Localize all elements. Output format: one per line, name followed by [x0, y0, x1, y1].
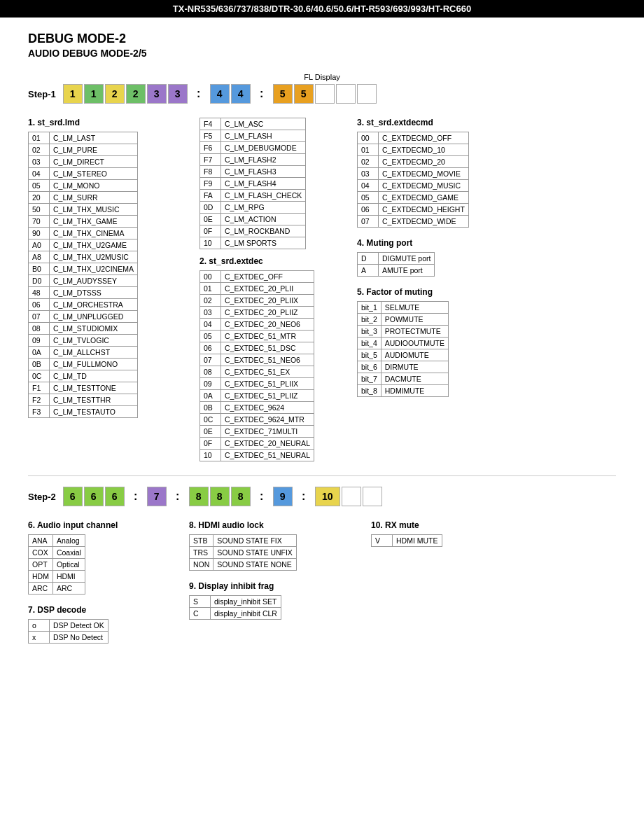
table-row: 0FC_LM_ROCKBAND — [200, 225, 306, 237]
step1-cell-7: 4 — [210, 84, 230, 104]
value-cell: C_LM_THX_CINEMA — [50, 228, 138, 239]
table-row: 50C_LM_THX_MUSIC — [29, 204, 138, 216]
step1-label: Step-1 — [28, 89, 56, 99]
code-cell: 0E — [200, 214, 221, 225]
code-cell: 00 — [358, 132, 379, 144]
section10-title: 10. RX mute — [371, 520, 497, 530]
value-cell: C_LM_THX_U2MUSIC — [50, 251, 138, 263]
value-cell: C_EXTDECMD_MUSIC — [379, 180, 469, 192]
value-cell: ARC — [52, 583, 85, 595]
table-row: 07C_EXTDECMD_WIDE — [358, 216, 469, 228]
step1-cell-8: 4 — [231, 84, 251, 104]
code-cell: 09 — [29, 335, 50, 347]
step1-colon-1: : — [189, 84, 209, 104]
code-cell: 50 — [29, 204, 50, 216]
table-row: 0EC_EXTDEC_71MULTI — [200, 426, 314, 438]
table-row: F9C_LM_FLASH4 — [200, 178, 306, 190]
value-cell: C_LM_RPG — [221, 202, 306, 214]
value-cell: C_EXTDEC_51_NEO6 — [221, 354, 314, 366]
step2-cell-6: 8 — [210, 487, 230, 506]
code-cell: F6 — [200, 142, 221, 154]
table-row: bit_5AUDIOMUTE — [358, 349, 449, 361]
code-cell: TRS — [190, 547, 214, 559]
code-cell: OPT — [29, 559, 53, 571]
code-cell: COX — [29, 547, 53, 559]
section6-7-container: 6. Audio input channel ANAAnalogCOXCoaxi… — [28, 520, 168, 644]
table-row: 02C_EXTDEC_20_PLIIX — [200, 295, 314, 307]
code-cell: F7 — [200, 154, 221, 166]
table-row: 02C_EXTDECMD_20 — [358, 156, 469, 168]
value-cell: C_LM_DIRECT — [50, 156, 138, 168]
code-cell: 20 — [29, 192, 50, 204]
section8-title: 8. HDMI audio lock — [189, 520, 350, 530]
value-cell: display_inhibit SET — [211, 596, 281, 608]
section4-table: DDIGMUTE portAAMUTE port — [357, 252, 435, 277]
table-row: 0BC_LM_FULLMONO — [29, 359, 138, 370]
code-cell: 04 — [29, 168, 50, 180]
section4-title: 4. Muting port — [357, 238, 497, 248]
step1-cell-1: 1 — [63, 84, 83, 104]
code-cell: 0B — [200, 402, 221, 414]
value-cell: AUDIOMUTE — [381, 349, 448, 361]
code-cell: bit_3 — [358, 326, 382, 338]
table-row: 03C_EXTDECMD_MOVIE — [358, 168, 469, 180]
value-cell: POWMUTE — [381, 314, 448, 326]
table-row: 01C_EXTDEC_20_PLII — [200, 283, 314, 295]
table-row: bit_2POWMUTE — [358, 314, 449, 326]
value-cell: C_LM_THX_MUSIC — [50, 204, 138, 216]
value-cell: C_EXTDEC_51_PLIIX — [221, 378, 314, 390]
section6-table: ANAAnalogCOXCoaxialOPTOpticalHDMHDMIARCA… — [28, 534, 85, 595]
code-cell: 06 — [358, 204, 379, 216]
table-row: 90C_LM_THX_CINEMA — [29, 228, 138, 239]
code-cell: 03 — [29, 156, 50, 168]
code-cell: 07 — [29, 311, 50, 323]
value-cell: C_LM_STUDIOMIX — [50, 323, 138, 335]
code-cell: 02 — [358, 156, 379, 168]
table-row: FAC_LM_FLASH_CHECK — [200, 190, 306, 202]
table-row: 06C_LM_ORCHESTRA — [29, 299, 138, 311]
value-cell: C_EXTDEC_20_PLIIZ — [221, 307, 314, 319]
step1-cell-10: 5 — [294, 84, 314, 104]
table-row: 0DC_LM_RPG — [200, 202, 306, 214]
table-row: 05C_LM_MONO — [29, 180, 138, 192]
code-cell: 01 — [358, 144, 379, 156]
code-cell: A — [358, 265, 379, 277]
table-row: COXCoaxial — [29, 547, 85, 559]
code-cell: 10 — [200, 237, 221, 249]
table-row: 01C_LM_LAST — [29, 132, 138, 144]
table-row: xDSP No Detect — [29, 632, 108, 644]
value-cell: C_EXTDEC_71MULTI — [221, 426, 314, 438]
value-cell: AUDIOOUTMUTE — [381, 338, 448, 349]
table-row: 06C_EXTDECMD_HEIGHT — [358, 204, 469, 216]
section2-table: 00C_EXTDEC_OFF01C_EXTDEC_20_PLII02C_EXTD… — [200, 270, 314, 461]
code-cell: F5 — [200, 130, 221, 142]
code-cell: bit_8 — [358, 385, 382, 397]
table-row: 10C_EXTDEC_51_NEURAL — [200, 450, 314, 461]
value-cell: C_LM_ACTION — [221, 214, 306, 225]
value-cell: HDMI MUTE — [393, 535, 442, 547]
value-cell: DACMUTE — [381, 373, 448, 385]
code-cell: 03 — [358, 168, 379, 180]
value-cell: C_LM_AUDYSSEY — [50, 275, 138, 287]
table-row: OPTOptical — [29, 559, 85, 571]
table-row: 03C_EXTDEC_20_PLIIZ — [200, 307, 314, 319]
code-cell: 07 — [358, 216, 379, 228]
value-cell: C_EXTDEC_9624_MTR — [221, 414, 314, 426]
step2-cell-4: 7 — [147, 487, 167, 506]
code-cell: F4 — [200, 118, 221, 130]
step2-cell-e2 — [363, 487, 382, 506]
table-row: 04C_LM_STEREO — [29, 168, 138, 180]
table-row: 48C_LM_DTSSS — [29, 287, 138, 299]
code-cell: bit_6 — [358, 361, 382, 373]
value-cell: SELMUTE — [381, 302, 448, 314]
value-cell: SOUND STATE FIX — [214, 535, 297, 547]
value-cell: C_LM_STEREO — [50, 168, 138, 180]
section5-title: 5. Factor of muting — [357, 287, 497, 297]
code-cell: 01 — [29, 132, 50, 144]
table-row: 0AC_EXTDEC_51_PLIIZ — [200, 390, 314, 402]
code-cell: FA — [200, 190, 221, 202]
section8-9-container: 8. HDMI audio lock STBSOUND STATE FIXTRS… — [189, 520, 350, 644]
table-row: 0CC_EXTDEC_9624_MTR — [200, 414, 314, 426]
section3-table: 00C_EXTDECMD_OFF01C_EXTDECMD_1002C_EXTDE… — [357, 132, 469, 228]
value-cell: C_LM_FLASH4 — [221, 178, 306, 190]
